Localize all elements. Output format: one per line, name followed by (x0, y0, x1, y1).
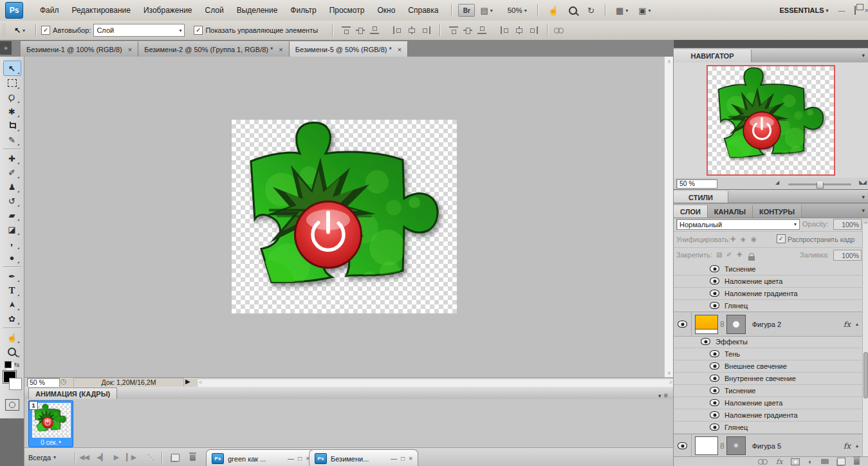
unify-style-icon[interactable]: ◉ (751, 236, 757, 243)
first-frame-button[interactable]: ◀◀ (79, 453, 89, 461)
opacity-value[interactable]: 100% (833, 219, 862, 230)
collapse-effects-icon[interactable]: ▴ (856, 321, 858, 327)
status-page-icon[interactable]: ◷ (60, 377, 67, 386)
menu-select[interactable]: Выделение (230, 3, 284, 17)
unify-position-icon[interactable]: ✚ (730, 236, 735, 243)
eye-icon[interactable] (710, 265, 719, 272)
eye-icon[interactable] (710, 350, 719, 357)
menu-filter[interactable]: Фильтр (284, 3, 322, 17)
maximize-icon[interactable]: □ (401, 455, 405, 462)
effect-row[interactable]: Наложение цвета (674, 396, 868, 409)
doc-tab-3-active[interactable]: Безимени-5 @ 50% (RGB/8) * × (290, 41, 408, 57)
healing-brush-tool[interactable]: ✚ (4, 151, 21, 165)
lock-paint-icon[interactable]: ✐ (726, 251, 732, 258)
lock-all-icon[interactable] (748, 256, 755, 261)
status-zoom-field[interactable]: 50 % (27, 378, 60, 387)
menu-help[interactable]: Справка (402, 3, 445, 17)
layer-row-shape2[interactable]: 8 Фигура 2 fx ▴ (674, 312, 863, 337)
navigator-zoom-field[interactable]: 50 % (676, 179, 717, 189)
effect-row[interactable]: Тиснение (674, 384, 868, 397)
align-left-edges-icon[interactable] (392, 26, 403, 35)
eye-icon[interactable] (710, 424, 719, 431)
zoom-tool[interactable] (4, 344, 21, 359)
adjustment-layer-icon[interactable]: ◐ (808, 458, 813, 465)
effect-row[interactable]: Внутреннее свечение (674, 372, 868, 385)
view-extras-button[interactable]: ▤ ▾ (477, 5, 495, 17)
hand-tool[interactable]: ☝ (4, 330, 21, 344)
distribute-bottom-edges-icon[interactable] (477, 26, 487, 35)
delete-layer-icon[interactable] (854, 458, 860, 465)
minimized-window-untitled[interactable]: Ps Безимени... — □ × (309, 449, 418, 466)
tab-paths[interactable]: КОНТУРЫ (753, 205, 802, 218)
canvas-vertical-scrollbar[interactable]: ∧ ∨ (664, 57, 674, 377)
effect-row[interactable]: Внешнее свечение (674, 360, 868, 373)
eye-icon[interactable] (701, 338, 710, 345)
default-colors-icon[interactable] (5, 361, 12, 368)
chevron-down-icon[interactable]: ▾ (658, 393, 661, 399)
status-flyout-icon[interactable]: ▶ (185, 378, 190, 385)
quick-selection-tool[interactable]: ✱ (4, 104, 21, 118)
doc-tab-2[interactable]: Безимени-2 @ 50% (Группа 1, RGB/8) * × (138, 41, 290, 57)
play-button[interactable]: ▶ (114, 453, 118, 461)
animation-frame-1[interactable]: 1 0 сек. ▾ (28, 400, 73, 447)
crop-tool[interactable] (4, 118, 21, 133)
align-top-edges-icon[interactable] (341, 26, 351, 35)
fx-badge[interactable]: fx (844, 442, 851, 451)
unify-visibility-icon[interactable]: ◈ (741, 236, 746, 243)
tab-channels[interactable]: КАНАЛЫ (708, 205, 753, 218)
minimize-button[interactable]: — (834, 6, 850, 14)
eye-icon[interactable] (678, 442, 687, 449)
layer-thumbnail[interactable] (695, 436, 718, 455)
rotate-view-button[interactable]: ↻ (584, 5, 598, 17)
background-color-swatch[interactable] (9, 378, 22, 390)
scrollbar-thumb[interactable] (863, 352, 868, 398)
scroll-down-icon[interactable]: ∨ (665, 368, 674, 377)
loop-mode-dropdown[interactable]: Всегда ▾ (28, 454, 75, 461)
layer-row-shape5[interactable]: 8 ✳ Фигура 5 fx ▴ (674, 434, 863, 458)
path-selection-tool[interactable]: ➤ (4, 297, 21, 312)
menu-window[interactable]: Окно (371, 3, 402, 17)
animation-panel-tab[interactable]: АНИМАЦИЯ (КАДРЫ) (28, 387, 117, 399)
navigator-tab[interactable]: НАВИГАТОР (674, 50, 752, 62)
maximize-icon[interactable]: □ (298, 455, 302, 462)
brush-tool[interactable]: ✐ (4, 165, 21, 180)
effect-row[interactable]: Наложение цвета (674, 275, 868, 288)
hand-tool-button[interactable]: ☝ (545, 5, 562, 17)
align-bottom-edges-icon[interactable] (369, 26, 380, 35)
navigator-zoom-slider[interactable] (788, 183, 851, 185)
swap-colors-control[interactable]: ⇆ (5, 361, 19, 368)
propagate-frame-checkbox[interactable]: ✓ (777, 234, 786, 243)
eraser-tool[interactable]: ▰ (4, 208, 21, 222)
grip-handle[interactable] (2, 23, 5, 37)
arrange-documents-button[interactable]: ▦ ▾ (613, 5, 631, 17)
marquee-tool[interactable] (4, 76, 21, 90)
effect-row[interactable]: Наложение градиента (674, 287, 868, 300)
auto-align-layers-icon[interactable] (554, 28, 564, 33)
minimized-window-green[interactable]: Ps green как ... — □ × (206, 449, 315, 466)
align-right-edges-icon[interactable] (421, 26, 431, 35)
new-layer-icon[interactable] (837, 458, 845, 465)
eye-icon[interactable] (710, 290, 719, 297)
show-transform-checkbox[interactable]: ✓ (194, 26, 203, 35)
navigator-view-box[interactable] (706, 65, 835, 176)
eye-icon[interactable] (710, 277, 719, 284)
layer-name[interactable]: Фигура 2 (752, 321, 781, 328)
align-horizontal-centers-icon[interactable] (407, 26, 417, 35)
bridge-button[interactable]: Br (458, 4, 475, 17)
new-group-icon[interactable] (821, 459, 829, 464)
restore-button[interactable] (850, 6, 860, 14)
distribute-horizontal-centers-icon[interactable] (514, 26, 524, 35)
scroll-up-icon[interactable]: ∧ (665, 57, 674, 66)
slider-thumb[interactable] (817, 180, 824, 189)
gradient-fill-thumbnail[interactable] (695, 315, 718, 334)
minimize-icon[interactable]: — (391, 455, 397, 462)
eye-icon[interactable] (710, 362, 719, 369)
eye-icon[interactable] (710, 375, 719, 382)
menu-layer[interactable]: Слой (199, 3, 230, 17)
frame-thumbnail[interactable] (32, 403, 71, 438)
tool-preset-picker[interactable]: ↖ ▾ (11, 24, 28, 36)
effect-row[interactable]: Тень (674, 348, 868, 360)
collapse-effects-icon[interactable]: ▴ (856, 443, 858, 449)
lock-transparent-icon[interactable]: ▨ (716, 251, 722, 258)
pen-tool[interactable]: ✒ (4, 269, 21, 283)
